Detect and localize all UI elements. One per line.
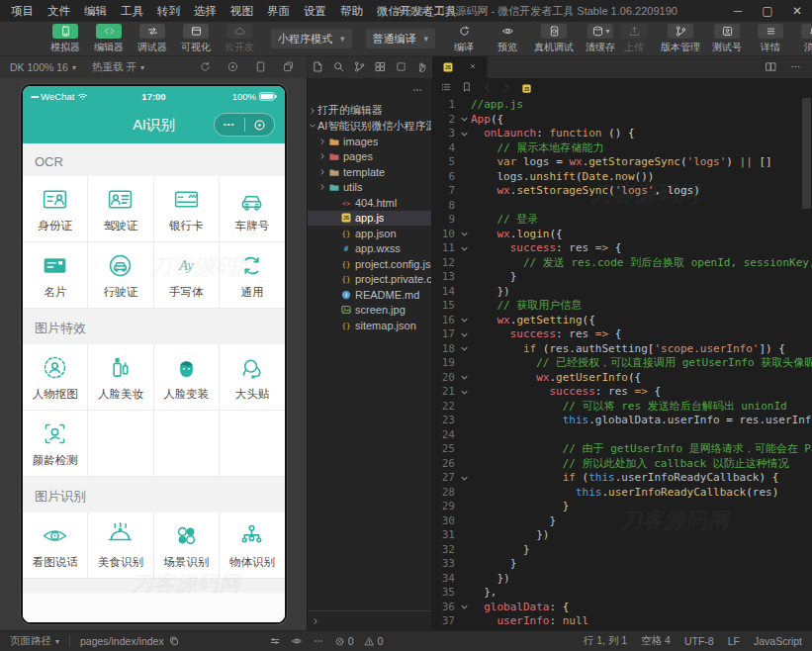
feature-handwrite[interactable]: Ay手写体: [154, 242, 220, 309]
page-path-dropdown[interactable]: 页面路径 ▾: [10, 634, 59, 648]
menu-item-5[interactable]: 选择: [187, 0, 224, 22]
page-path[interactable]: pages/index/index: [80, 635, 180, 647]
preview-eye-button[interactable]: [291, 635, 303, 647]
action-eye[interactable]: 预览: [491, 24, 524, 54]
editor-split-button[interactable]: [765, 60, 777, 75]
menu-item-2[interactable]: 编辑: [77, 0, 114, 22]
explorer-hand-button[interactable]: [415, 60, 428, 75]
sim-windows-button[interactable]: [282, 60, 295, 75]
action-cache[interactable]: ▾清缓存: [584, 24, 617, 54]
tab-appjs[interactable]: JS: [433, 56, 488, 78]
bookmark-button[interactable]: [461, 81, 473, 95]
status-right-4[interactable]: JavaScript: [754, 634, 802, 648]
tab-close-icon[interactable]: [468, 61, 478, 73]
explorer-search-button[interactable]: [332, 60, 345, 75]
menu-item-1[interactable]: 文件: [41, 0, 77, 22]
tree-item-images[interactable]: images: [308, 134, 431, 149]
tree-item-404.html[interactable]: <>404.html: [308, 195, 431, 211]
feature-costume[interactable]: 人脸变装: [154, 344, 220, 411]
capsule-exit-icon[interactable]: [245, 119, 275, 132]
menu-item-0[interactable]: 项目: [4, 0, 41, 22]
tree-item-project.private.config.js...[interactable]: {}project.private.config.js...: [308, 272, 431, 288]
tree-item-utils[interactable]: utils: [308, 180, 431, 196]
device-selector[interactable]: DK 100% 16 ▾: [10, 61, 76, 73]
action-branch[interactable]: 版本管理: [661, 24, 700, 54]
tree-item-pages[interactable]: pages: [308, 149, 431, 165]
hot-reload-toggle[interactable]: 热重载 开 ▾: [92, 60, 144, 74]
tree-item-[interactable]: 打开的编辑器: [308, 103, 431, 119]
feature-caption[interactable]: 看图说话: [23, 512, 88, 579]
toggle-viz[interactable]: 可视化: [178, 24, 214, 54]
close-button[interactable]: ✕: [782, 0, 812, 22]
action-bell[interactable]: 消息: [797, 24, 812, 54]
feature-namecard[interactable]: 名片: [23, 242, 88, 309]
menu-item-3[interactable]: 工具: [114, 0, 150, 22]
tree-item-app.json[interactable]: {}app.json: [308, 226, 431, 241]
outline-toggle-button[interactable]: [440, 81, 452, 95]
status-more-button[interactable]: [313, 635, 324, 647]
tree-item-template[interactable]: template: [308, 164, 431, 180]
menu-item-4[interactable]: 转到: [150, 0, 187, 22]
tree-item-screen.jpg[interactable]: screen.jpg: [308, 303, 431, 319]
nav-forward-button[interactable]: [501, 82, 512, 95]
status-right-0[interactable]: 行 1, 列 1: [584, 634, 627, 648]
feature-food[interactable]: 美食识别: [88, 512, 153, 579]
action-compile[interactable]: 编译: [447, 24, 481, 54]
editor-scrollbar[interactable]: [802, 98, 811, 209]
maximize-button[interactable]: ▢: [753, 0, 782, 22]
sim-frame-button[interactable]: [254, 60, 267, 75]
action-lines[interactable]: 详情: [754, 24, 787, 54]
menu-item-8[interactable]: 设置: [297, 0, 333, 22]
vconsole-button[interactable]: [269, 635, 281, 647]
outline-section[interactable]: [308, 610, 431, 630]
toggle-debug[interactable]: 调试器: [135, 24, 170, 54]
select-0[interactable]: 小程序模式▾: [271, 29, 352, 48]
feature-sticker[interactable]: 大头贴: [220, 344, 285, 411]
status-right-3[interactable]: LF: [728, 634, 740, 648]
explorer-gitbranch-button[interactable]: [353, 60, 366, 75]
explorer-boxsel-button[interactable]: [395, 60, 407, 75]
tree-item-AI[interactable]: AI智能识别微信小程序源码: [308, 119, 431, 135]
breadcrumb[interactable]: JS: [521, 83, 544, 94]
feature-cutout[interactable]: 人物抠图: [23, 344, 88, 411]
tree-item-sitemap.json[interactable]: {}sitemap.json: [308, 318, 431, 333]
editor-more-button[interactable]: [789, 60, 802, 75]
nav-back-button[interactable]: [482, 82, 493, 95]
feature-makeup[interactable]: 人脸美妆: [88, 344, 153, 411]
code-area[interactable]: 1//app.js2App({3 onLaunch: function () {…: [432, 98, 812, 630]
menu-item-6[interactable]: 视图: [224, 0, 260, 22]
feature-vehicle[interactable]: 行驶证: [88, 242, 153, 309]
action-badge[interactable]: 测试号: [710, 24, 744, 54]
feature-bankcard[interactable]: 银行卡: [154, 176, 220, 242]
explorer-more-button[interactable]: [411, 84, 423, 98]
tree-item-app.wxss[interactable]: #app.wxss: [308, 241, 431, 257]
action-upload[interactable]: 上传: [617, 24, 651, 54]
toggle-cloud[interactable]: 云开发: [222, 24, 257, 54]
feature-object[interactable]: 物体识别: [220, 512, 285, 579]
sim-rotate-button[interactable]: [199, 60, 212, 75]
warning-count[interactable]: 0: [364, 635, 384, 647]
menu-item-7[interactable]: 界面: [260, 0, 297, 22]
feature-scene[interactable]: 场景识别: [154, 512, 220, 579]
capsule-menu[interactable]: •••: [214, 113, 275, 137]
toggle-code[interactable]: 编辑器: [91, 24, 127, 54]
feature-driver[interactable]: 驾驶证: [88, 176, 153, 242]
tree-item-project.config.json[interactable]: {}project.config.json: [308, 256, 431, 272]
feature-idcard[interactable]: 身份证: [23, 176, 88, 242]
capsule-more-icon[interactable]: •••: [215, 113, 244, 137]
feature-age[interactable]: 颜龄检测: [23, 411, 88, 477]
toggle-sim[interactable]: 模拟器: [47, 24, 83, 54]
sim-record-button[interactable]: [226, 60, 239, 75]
minimize-button[interactable]: ─: [723, 0, 753, 22]
menu-item-9[interactable]: 帮助: [333, 0, 370, 22]
tree-item-README.md[interactable]: iREADME.md: [308, 287, 431, 303]
explorer-fileplus-button[interactable]: [312, 60, 324, 75]
status-right-2[interactable]: UTF-8: [684, 634, 714, 648]
explorer-grid4-button[interactable]: [374, 60, 387, 75]
status-right-1[interactable]: 空格 4: [641, 634, 671, 648]
feature-plate[interactable]: 车牌号: [220, 176, 285, 242]
error-count[interactable]: 0: [334, 635, 354, 647]
action-devdebug[interactable]: 真机调试: [534, 24, 574, 54]
select-1[interactable]: 普通编译▾: [366, 29, 436, 48]
feature-general[interactable]: 通用: [220, 242, 285, 309]
